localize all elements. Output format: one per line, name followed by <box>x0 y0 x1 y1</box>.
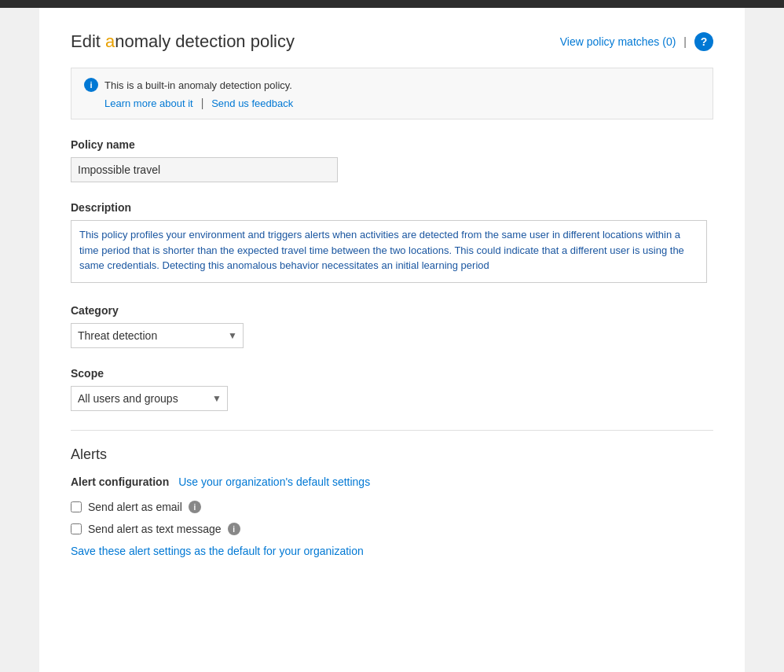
category-select-wrapper: Threat detection DLP Shadow IT Access co… <box>71 323 244 348</box>
scope-label: Scope <box>71 367 713 380</box>
scope-section: Scope All users and groups Specific user… <box>71 367 713 411</box>
content-area: Edit anomaly detection policy View polic… <box>39 8 745 672</box>
send-text-row: Send alert as text message i <box>71 523 713 535</box>
info-icon: i <box>84 78 98 92</box>
alert-config-row: Alert configuration Use your organizatio… <box>71 476 713 488</box>
save-default-link[interactable]: Save these alert settings as the default… <box>71 545 364 557</box>
info-line: i This is a built-in anomaly detection p… <box>84 78 700 92</box>
description-section: Description This policy profiles your en… <box>71 201 713 285</box>
page-header: Edit anomaly detection policy View polic… <box>71 31 713 52</box>
alert-config-label: Alert configuration <box>71 476 169 488</box>
page-title: Edit anomaly detection policy <box>71 31 295 52</box>
textarea-wrapper: This policy profiles your environment an… <box>71 220 707 285</box>
scope-select-wrapper: All users and groups Specific users and … <box>71 386 228 411</box>
info-banner: i This is a built-in anomaly detection p… <box>71 68 713 119</box>
send-email-row: Send alert as email i <box>71 501 713 513</box>
send-email-label: Send alert as email <box>88 501 182 513</box>
info-links: Learn more about it | Send us feedback <box>84 97 700 109</box>
send-email-checkbox[interactable] <box>71 501 82 512</box>
save-default-wrapper: Save these alert settings as the default… <box>71 545 713 557</box>
alerts-section-title: Alerts <box>71 446 713 463</box>
alerts-section: Alerts Alert configuration Use your orga… <box>71 446 713 557</box>
alerts-divider <box>71 430 713 431</box>
separator: | <box>201 97 204 109</box>
info-banner-text: This is a built-in anomaly detection pol… <box>104 79 292 91</box>
policy-name-section: Policy name <box>71 138 713 182</box>
scope-select[interactable]: All users and groups Specific users and … <box>71 386 228 411</box>
send-text-label: Send alert as text message <box>88 523 222 535</box>
category-label: Category <box>71 304 713 317</box>
email-tooltip-icon[interactable]: i <box>189 501 201 513</box>
separator: | <box>683 35 687 48</box>
send-text-checkbox[interactable] <box>71 523 82 534</box>
text-tooltip-icon[interactable]: i <box>228 523 240 535</box>
learn-more-link[interactable]: Learn more about it <box>104 97 193 109</box>
help-icon-label: ? <box>701 35 708 48</box>
policy-name-label: Policy name <box>71 138 713 151</box>
description-label: Description <box>71 201 713 214</box>
title-highlight: a <box>105 31 115 51</box>
use-default-link[interactable]: Use your organization's default settings <box>178 476 370 488</box>
category-select[interactable]: Threat detection DLP Shadow IT Access co… <box>71 323 244 348</box>
category-section: Category Threat detection DLP Shadow IT … <box>71 304 713 348</box>
view-policy-link[interactable]: View policy matches (0) <box>560 35 676 48</box>
page-wrapper: Edit anomaly detection policy View polic… <box>0 0 784 672</box>
help-icon[interactable]: ? <box>694 32 713 51</box>
policy-name-input[interactable] <box>71 157 338 182</box>
top-bar <box>0 0 784 8</box>
header-right: View policy matches (0) | ? <box>560 32 713 51</box>
feedback-link[interactable]: Send us feedback <box>211 97 293 109</box>
description-textarea[interactable]: This policy profiles your environment an… <box>71 220 707 283</box>
